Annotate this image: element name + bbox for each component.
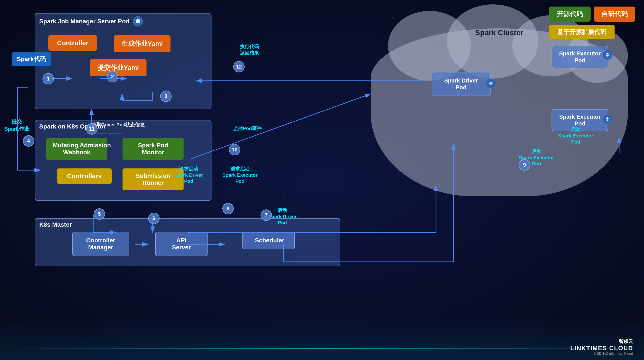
legend: 开源代码 自研代码 基于开源扩展代码 xyxy=(549,7,635,39)
k8s-icon-executor-2: ☸ xyxy=(603,115,612,124)
monitor-pod-label: 监控Pod事件 xyxy=(233,125,262,132)
start-driver-label: 启动 Spark Driver Pod xyxy=(268,207,297,226)
k8s-icon-executor-1: ☸ xyxy=(603,50,612,60)
watermark-sub: CSDN @linktimes_Cloud xyxy=(570,352,633,356)
legend-open-source[interactable]: 开源代码 xyxy=(549,7,590,22)
spark-executor-pod-1: Spark Executor Pod xyxy=(552,46,608,68)
legend-row-1: 开源代码 自研代码 xyxy=(549,7,635,22)
exec-code-label: 执行代码 返回结果 xyxy=(240,44,259,56)
api-server-box: API Server xyxy=(155,232,208,256)
watermark-logo: 智领云 xyxy=(570,338,633,345)
request-start-executor-label: 请求启动 Spark Executor Pod xyxy=(222,166,258,185)
num-3: 3 xyxy=(160,91,172,102)
num-10: 10 xyxy=(229,144,240,155)
start-executor-2-label: 启动 Spark Executor Pod xyxy=(558,127,593,145)
k8s-master-title: K8s Master xyxy=(39,221,72,228)
watermark: 智领云 LINKTIMES CLOUD CSDN @linktimes_Clou… xyxy=(570,338,633,356)
legend-row-2: 基于开源扩展代码 xyxy=(549,25,635,39)
spark-code-box: Spark代码 xyxy=(12,52,51,66)
controller-manager-box: Controller Manager xyxy=(72,232,129,256)
watermark-brand: LINKTIMES CLOUD xyxy=(570,345,633,352)
num-12: 12 xyxy=(233,61,244,73)
num-9: 9 xyxy=(519,159,530,171)
pod-monitor-box: Spark Pod Monitor xyxy=(122,138,184,160)
webhook-box: Mutating Admission Webhook xyxy=(46,138,107,160)
num-5: 5 xyxy=(94,208,105,220)
spark-cluster-title: Spark Cluster xyxy=(475,28,523,37)
spark-operator-container: Spark on K8s Operator Mutating Admission… xyxy=(35,120,212,201)
num-8: 8 xyxy=(222,203,234,214)
submit-yaml-box: 提交作业Yaml xyxy=(90,59,146,76)
spark-job-manager-container: Spark Job Manager Server Pod ☸ Controlle… xyxy=(35,13,212,109)
controller-box: Controller xyxy=(48,35,97,51)
controllers-box: Controllers xyxy=(57,168,112,184)
bottom-line xyxy=(0,348,644,349)
num-4: 4 xyxy=(23,135,34,147)
scheduler-box: Scheduler xyxy=(242,232,295,249)
spark-driver-pod: Spark Driver Pod xyxy=(432,72,490,96)
generate-yaml-box: 生成作业Yaml xyxy=(114,35,170,52)
legend-self-developed[interactable]: 自研代码 xyxy=(594,7,635,22)
submit-spark-job-label: 提交 Spark作业 xyxy=(4,118,30,132)
num-1: 1 xyxy=(42,73,54,85)
num-2: 2 xyxy=(107,71,118,82)
get-driver-status-label: 获取Driver Pod状态信息 xyxy=(92,122,144,128)
num-7: 7 xyxy=(260,209,272,221)
num-6: 6 xyxy=(148,213,160,224)
num-11: 11 xyxy=(86,123,98,135)
k8s-icon-job-manager: ☸ xyxy=(133,16,143,27)
spark-job-manager-title: Spark Job Manager Server Pod ☸ xyxy=(39,16,143,27)
request-start-driver-label: 请求启动 Spark Driver Pod xyxy=(174,166,203,185)
legend-extended[interactable]: 基于开源扩展代码 xyxy=(549,25,614,39)
k8s-icon-driver: ☸ xyxy=(486,79,496,88)
